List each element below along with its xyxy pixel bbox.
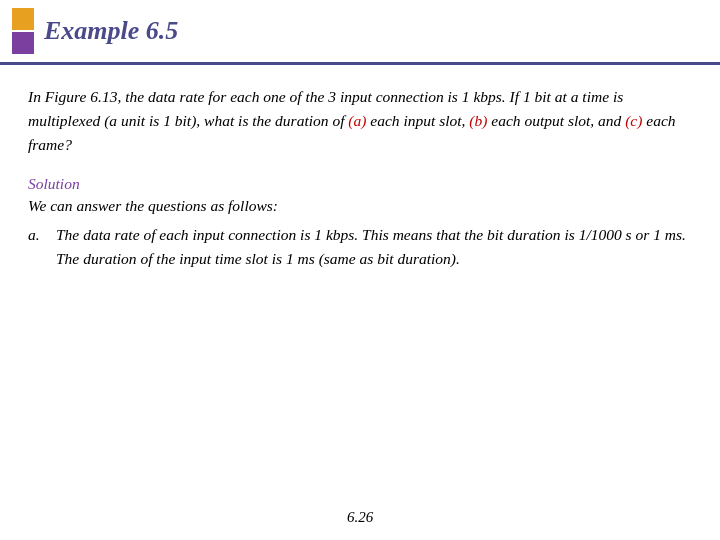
- solution-intro: We can answer the questions as follows:: [28, 197, 692, 215]
- square-top: [12, 8, 34, 30]
- solution-item-a-label: a.: [28, 223, 56, 247]
- problem-text: In Figure 6.13, the data rate for each o…: [28, 85, 692, 157]
- square-bottom: [12, 32, 34, 54]
- solution-section: Solution We can answer the questions as …: [28, 175, 692, 271]
- highlight-b: (b): [469, 112, 487, 129]
- header-squares: [12, 8, 34, 54]
- highlight-a: (a): [348, 112, 366, 129]
- page-number: 6.26: [347, 509, 373, 526]
- solution-header: Solution: [28, 175, 692, 193]
- page-title: Example 6.5: [44, 16, 178, 46]
- solution-item-a-text: The data rate of each input connection i…: [56, 223, 692, 271]
- highlight-c: (c): [625, 112, 642, 129]
- page-container: Example 6.5 In Figure 6.13, the data rat…: [0, 0, 720, 540]
- solution-item-a: a. The data rate of each input connectio…: [28, 223, 692, 271]
- header: Example 6.5: [0, 0, 720, 65]
- content-area: In Figure 6.13, the data rate for each o…: [0, 71, 720, 281]
